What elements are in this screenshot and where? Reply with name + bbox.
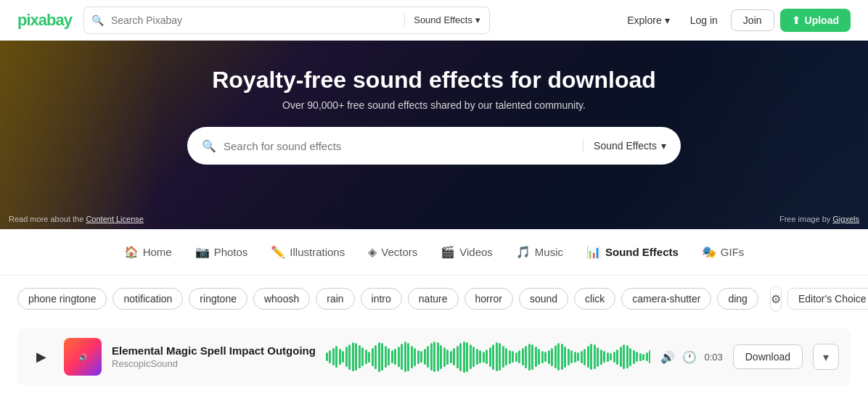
more-options-button[interactable]: ▾ <box>813 344 839 370</box>
clock-icon: 🕐 <box>682 350 697 364</box>
hero-search-type-dropdown[interactable]: Sound Effects ▾ <box>583 140 666 152</box>
waveform-bar <box>391 350 393 363</box>
waveform-bar <box>453 348 455 365</box>
tab-label-vectors: Vectors <box>381 246 417 258</box>
waveform-bar <box>456 346 459 368</box>
waveform-bar <box>345 347 348 367</box>
music-icon: 🎵 <box>516 245 531 259</box>
header: pixabay 🔍 Sound Effects ▾ Explore ▾ Log … <box>0 0 868 41</box>
waveform-bar <box>486 350 488 364</box>
logo[interactable]: pixabay <box>17 11 72 30</box>
waveform-bar <box>597 347 599 367</box>
tag-phone-ringtone[interactable]: phone ringtone <box>17 288 107 310</box>
waveform-bar <box>574 352 576 363</box>
waveform-bar <box>407 343 409 371</box>
waveform-bar <box>636 352 638 362</box>
upload-icon: ⬆ <box>792 15 801 26</box>
download-button[interactable]: Download <box>733 344 803 369</box>
tag-camera-shutter[interactable]: camera-shutter <box>621 288 711 310</box>
tag-ringtone[interactable]: ringtone <box>189 288 247 310</box>
photos-icon: 📷 <box>195 245 210 259</box>
waveform-bar <box>564 347 566 368</box>
header-search-bar: 🔍 Sound Effects ▾ <box>83 7 490 34</box>
waveform-bar <box>361 347 364 366</box>
waveform-bar <box>401 344 403 370</box>
sort-dropdown[interactable]: Editor's Choice▾ <box>787 288 868 310</box>
waveform-bar <box>472 347 475 367</box>
waveform-bar <box>633 350 635 364</box>
header-search-type-dropdown[interactable]: Sound Effects ▾ <box>404 15 489 25</box>
waveform-bar <box>531 344 533 370</box>
tag-rain[interactable]: rain <box>316 288 354 310</box>
tab-gifs[interactable]: 🎭 GIFs <box>692 239 755 265</box>
logo-text: pixabay <box>17 11 72 29</box>
login-button[interactable]: Log in <box>683 10 725 30</box>
tab-home[interactable]: 🏠 Home <box>114 239 182 265</box>
sound-thumb-label: 🔊 <box>78 353 87 361</box>
sound-item: ▶ 🔊 Elemental Magic Spell Impact Outgoin… <box>17 328 851 386</box>
waveform-bar <box>450 351 452 363</box>
waveform-bar <box>639 353 642 361</box>
tab-music[interactable]: 🎵 Music <box>506 239 573 265</box>
tag-ding[interactable]: ding <box>717 288 758 310</box>
waveform-bar <box>479 350 481 363</box>
search-input[interactable] <box>111 15 404 26</box>
tag-click[interactable]: click <box>574 288 615 310</box>
gifs-icon: 🎭 <box>702 245 716 259</box>
gigxels-link[interactable]: Gigxels <box>832 215 859 223</box>
tag-whoosh[interactable]: whoosh <box>253 288 310 310</box>
waveform-bar <box>378 342 380 372</box>
waveform-bar <box>398 347 400 367</box>
tab-label-music: Music <box>535 246 563 258</box>
play-button[interactable]: ▶ <box>29 344 54 369</box>
tab-videos[interactable]: 🎬 Videos <box>430 239 503 265</box>
waveform-bar <box>509 350 511 364</box>
home-icon: 🏠 <box>124 245 139 259</box>
hero-search-input[interactable] <box>224 140 576 152</box>
waveform-bar <box>613 352 615 363</box>
tab-vectors[interactable]: ◈ Vectors <box>358 239 427 265</box>
waveform-bar <box>476 349 478 365</box>
waveform-bar <box>548 350 550 364</box>
waveform-bar <box>600 350 602 365</box>
sound-list: ▶ 🔊 Elemental Magic Spell Impact Outgoin… <box>0 328 868 397</box>
waveform-bar <box>430 343 433 371</box>
waveform-bar <box>518 350 520 363</box>
waveform-bar <box>515 352 517 362</box>
sort-label: Editor's Choice <box>798 293 867 305</box>
tab-photos[interactable]: 📷 Photos <box>185 239 258 265</box>
waveform-bar <box>443 347 446 367</box>
filter-settings-button[interactable]: ⚙ <box>770 286 782 312</box>
waveform-bar <box>584 349 586 365</box>
tab-illustrations[interactable]: ✏️ Illustrations <box>261 239 355 265</box>
waveform-bar <box>557 343 560 371</box>
hero-search-type-label: Sound Effects <box>594 140 657 152</box>
explore-button[interactable]: Explore ▾ <box>620 10 676 30</box>
tab-label-illustrations: Illustrations <box>290 246 345 258</box>
content-license-link[interactable]: Content License <box>86 215 144 223</box>
tag-nature[interactable]: nature <box>408 288 459 310</box>
tag-sound[interactable]: sound <box>519 288 568 310</box>
tag-horror[interactable]: horror <box>464 288 513 310</box>
tab-label-videos: Videos <box>459 246 493 258</box>
waveform-bar <box>535 347 537 367</box>
waveform-bar <box>620 347 622 367</box>
tag-intro[interactable]: intro <box>361 288 402 310</box>
upload-button[interactable]: ⬆ Upload <box>780 9 851 32</box>
waveform-bar <box>381 343 383 371</box>
waveform-bar <box>538 349 540 365</box>
waveform[interactable] <box>326 341 651 373</box>
search-icon: 🔍 <box>202 139 216 153</box>
waveform-bar <box>570 350 573 363</box>
waveform-bar <box>359 345 361 368</box>
join-button[interactable]: Join <box>731 9 774 31</box>
tab-sound-effects[interactable]: 📊 Sound Effects <box>576 239 689 265</box>
waveform-bar <box>463 342 465 373</box>
login-label: Log in <box>690 15 718 26</box>
waveform-bar <box>554 345 557 368</box>
waveform-bar <box>551 348 553 366</box>
waveform-bar <box>437 342 439 371</box>
tag-notification[interactable]: notification <box>112 288 183 310</box>
waveform-bar <box>365 350 367 364</box>
filter-row: phone ringtonenotificationringtonewhoosh… <box>0 276 868 322</box>
